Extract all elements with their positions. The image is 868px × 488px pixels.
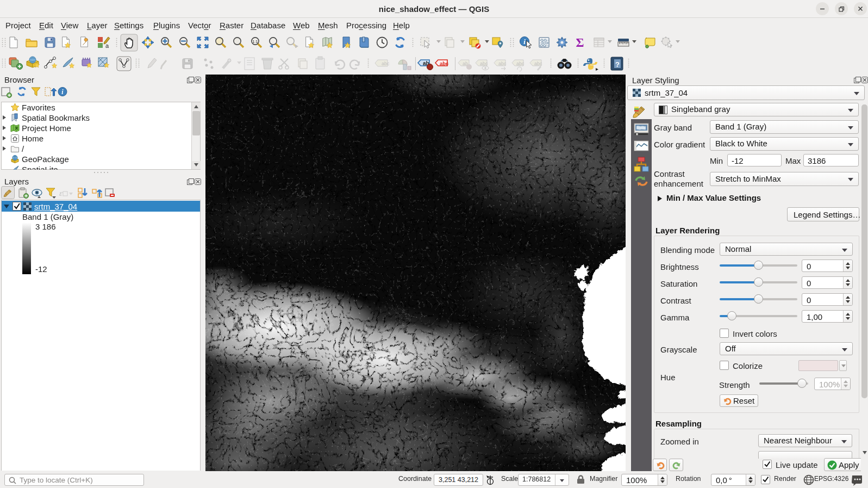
svg-text:?: ? [615,60,620,69]
svg-text:abc: abc [480,61,488,66]
svg-text:ε: ε [59,189,63,197]
svg-text:abc: abc [498,61,507,66]
svg-text:a: a [105,42,109,49]
svg-text:1:1: 1:1 [252,39,258,44]
svg-text:abc: abc [534,61,542,66]
svg-text:abc: abc [382,61,390,66]
svg-text:abc: abc [516,61,524,66]
svg-text:abc: abc [440,60,448,66]
